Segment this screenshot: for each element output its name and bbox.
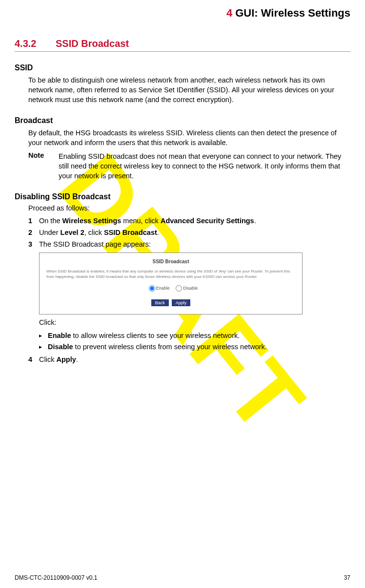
page-header: 4 GUI: Wireless Settings <box>15 7 350 21</box>
disable-block: Disabling SSID Broadcast Proceed as foll… <box>15 192 350 365</box>
step-3: The SSID Broadcast page appears: SSID Br… <box>28 239 350 353</box>
click-label: Click: <box>39 317 350 328</box>
step-1: On the Wireless Settings menu, click Adv… <box>28 216 350 227</box>
header-title-text: GUI: Wireless Settings <box>235 7 350 19</box>
dialog-title: SSID Broadcast <box>46 258 295 265</box>
ssid-broadcast-dialog: SSID Broadcast When SSID Broadcast is en… <box>39 252 303 315</box>
option-enable: Enable to allow wireless clients to see … <box>39 330 350 341</box>
radio-enable[interactable] <box>149 285 155 292</box>
ssid-block: SSID To be able to distinguish one wirel… <box>15 63 350 105</box>
step-2: Under Level 2, click SSID Broadcast. <box>28 228 350 238</box>
disable-heading: Disabling SSID Broadcast <box>15 192 350 201</box>
page-footer: DMS-CTC-20110909-0007 v0.1 37 <box>15 574 350 581</box>
radio-disable[interactable] <box>176 285 182 292</box>
dialog-radio-group: Enable Disable <box>46 285 295 292</box>
note-label: Note <box>28 151 59 181</box>
ssid-heading: SSID <box>15 63 350 72</box>
broadcast-note: Note Enabling SSID broadcast does not me… <box>28 151 350 181</box>
header-chapter-number: 4 <box>226 7 232 19</box>
broadcast-heading: Broadcast <box>15 116 350 125</box>
apply-button[interactable]: Apply <box>172 299 191 306</box>
steps-list: On the Wireless Settings menu, click Adv… <box>28 216 350 365</box>
footer-doc-id: DMS-CTC-20110909-0007 v0.1 <box>15 574 97 581</box>
step-4: Click Apply. <box>28 355 350 365</box>
section-heading: 4.3.2 SSID Broadcast <box>15 38 350 52</box>
broadcast-body: By default, the HSG broadcasts its wirel… <box>28 128 350 147</box>
ssid-body: To be able to distinguish one wireless n… <box>28 75 350 105</box>
click-options: Enable to allow wireless clients to see … <box>39 330 350 353</box>
proceed-text: Proceed as follows: <box>28 204 350 212</box>
dialog-description: When SSID Broadcast is enabled, it means… <box>46 269 295 279</box>
footer-page-number: 37 <box>344 574 350 581</box>
section-number: 4.3.2 <box>15 38 56 49</box>
radio-disable-label: Disable <box>183 286 198 291</box>
back-button[interactable]: Back <box>151 299 169 306</box>
broadcast-block: Broadcast By default, the HSG broadcasts… <box>15 116 350 181</box>
option-disable: Disable to prevent wireless clients from… <box>39 341 350 353</box>
section-title-text: SSID Broadcast <box>56 38 129 49</box>
note-text: Enabling SSID broadcast does not mean th… <box>59 151 350 181</box>
radio-enable-label: Enable <box>156 286 170 291</box>
